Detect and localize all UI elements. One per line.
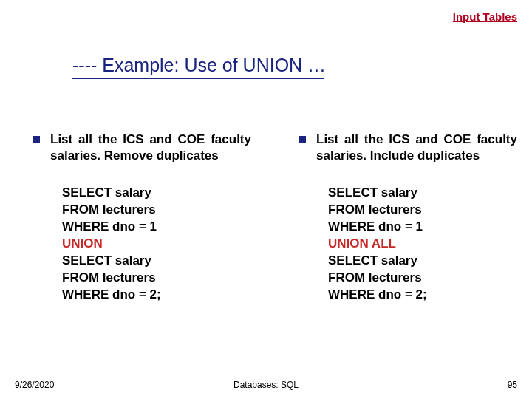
footer-page-number: 95 — [508, 380, 517, 390]
sql-line: SELECT salary — [328, 253, 517, 270]
right-bullet-row: List all the ICS and COE faculty salarie… — [299, 132, 517, 164]
left-column: List all the ICS and COE faculty salarie… — [0, 132, 266, 304]
right-column: List all the ICS and COE faculty salarie… — [266, 132, 532, 304]
footer-center: Databases: SQL — [233, 380, 299, 390]
sql-line: WHERE dno = 2; — [62, 287, 251, 304]
sql-line: FROM lecturers — [328, 202, 517, 219]
footer-date: 9/26/2020 — [15, 380, 54, 390]
title-underline — [72, 78, 324, 79]
left-bullet-row: List all the ICS and COE faculty salarie… — [33, 132, 251, 164]
sql-line: SELECT salary — [62, 185, 251, 202]
sql-line: WHERE dno = 2; — [328, 287, 517, 304]
sql-line: FROM lecturers — [328, 270, 517, 287]
sql-keyword: UNION ALL — [328, 236, 517, 253]
slide-title: ---- Example: Use of UNION … — [72, 55, 326, 76]
left-heading: List all the ICS and COE faculty salarie… — [50, 132, 251, 164]
sql-line: FROM lecturers — [62, 202, 251, 219]
left-sql-block: SELECT salary FROM lecturers WHERE dno =… — [62, 185, 251, 304]
square-bullet-icon — [299, 136, 306, 143]
slide: Input Tables ---- Example: Use of UNION … — [0, 0, 532, 399]
sql-line: WHERE dno = 1 — [328, 219, 517, 236]
sql-line: FROM lecturers — [62, 270, 251, 287]
right-sql-block: SELECT salary FROM lecturers WHERE dno =… — [328, 185, 517, 304]
content-columns: List all the ICS and COE faculty salarie… — [0, 132, 532, 304]
title-block: ---- Example: Use of UNION … — [72, 55, 326, 79]
input-tables-link[interactable]: Input Tables — [453, 10, 517, 23]
right-heading: List all the ICS and COE faculty salarie… — [316, 132, 517, 164]
footer: 9/26/2020 Databases: SQL 95 — [0, 380, 532, 390]
sql-line: SELECT salary — [62, 253, 251, 270]
square-bullet-icon — [33, 136, 40, 143]
sql-line: SELECT salary — [328, 185, 517, 202]
sql-keyword: UNION — [62, 236, 251, 253]
sql-line: WHERE dno = 1 — [62, 219, 251, 236]
